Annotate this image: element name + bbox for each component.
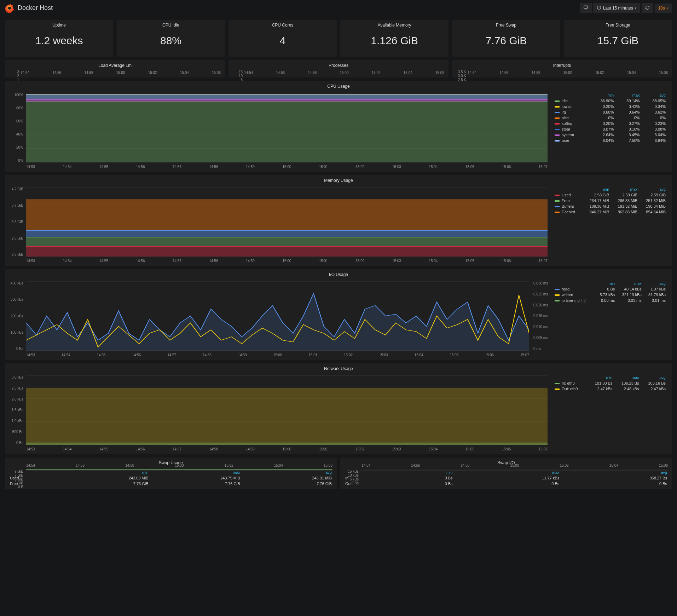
legend-row[interactable]: nice0%0%0%: [553, 115, 667, 121]
cpu-usage-legend: minmaxavgidle86.90%89.14%88.05%iowait0.2…: [549, 91, 669, 169]
refresh-button[interactable]: [642, 3, 653, 13]
mini-chart-panel: Processes 151050 14:5414:5614:5815:0015:…: [228, 60, 449, 77]
panel-title: CPU Cores: [231, 22, 334, 30]
stat-panel: CPU Idle 88%: [117, 20, 225, 57]
mini-chart-panel: Load Average 1m 3210 14:5414:5614:5815:0…: [5, 60, 225, 77]
panel-title: Processes: [231, 62, 446, 70]
memory-usage-panel: Memory Usage 4.2 GiB3.7 GiB3.3 GiB2.8 Gi…: [5, 175, 672, 266]
panel-title: Network Usage: [8, 365, 669, 373]
legend-row[interactable]: Used2.58 GiB2.59 GiB2.59 GiB: [553, 192, 667, 198]
legend-row[interactable]: Out0 Bs0 Bs0 Bs: [343, 481, 669, 487]
legend-row[interactable]: system2.64%3.45%3.04%: [553, 132, 667, 138]
stat-panel: Uptime 1.2 weeks: [5, 20, 113, 57]
panel-title: Free Storage: [567, 22, 669, 30]
refresh-icon: [645, 5, 650, 11]
mini-chart-panel: Interrupts 3.5 K3.0 K2.5 K2.0 K 14:5414:…: [452, 60, 672, 77]
legend-row[interactable]: Free234.17 MiB266.88 MiB251.82 MiB: [553, 198, 667, 203]
legend-row[interactable]: In0 Bs11.77 kBs858.27 Bs: [343, 475, 669, 481]
clock-icon: [597, 5, 601, 11]
legend-row[interactable]: irq0.60%0.64%0.62%: [553, 109, 667, 115]
panel-title: Load Average 1m: [8, 62, 222, 70]
io-usage-panel: I/O Usage 400 kBs300 kBs200 kBs100 kBs0 …: [5, 269, 672, 360]
panel-title: Available Memory: [343, 22, 446, 30]
panel-title: Interrupts: [455, 62, 669, 70]
legend-row[interactable]: io time (right-y)0.00 ms0.03 ms0.01 ms: [553, 298, 667, 303]
monitor-icon: [583, 5, 588, 11]
panel-title: CPU Idle: [120, 22, 222, 30]
page-title: Docker Host: [18, 4, 53, 12]
panel-title: Uptime: [8, 22, 110, 30]
stat-panel: Available Memory 1.126 GiB: [340, 20, 449, 57]
legend-row[interactable]: Free7.76 GiB7.76 GiB7.76 GiB: [8, 481, 334, 487]
svg-rect-0: [584, 6, 588, 8]
network-usage-legend: minmaxavgIn: eth0101.80 Bs136.23 Bs103.1…: [549, 373, 669, 451]
stat-value: 1.2 weeks: [8, 30, 110, 54]
swap-usage-panel: Swap Usage 9 GiB7 GiB5 GiB2 GiB0 B 14:54…: [5, 457, 337, 489]
header: Docker Host Last 15 minutes ▾ 10s ▾: [0, 0, 677, 16]
legend-row[interactable]: In: eth0101.80 Bs136.23 Bs103.16 Bs: [553, 380, 667, 386]
legend-row[interactable]: read0 Bs40.14 kBs1.07 kBs: [553, 286, 667, 292]
stats-row: Uptime 1.2 weeksCPU Idle 88%CPU Cores 4A…: [5, 20, 672, 57]
legend-row[interactable]: idle86.90%89.14%88.05%: [553, 98, 667, 104]
panel-title: CPU Usage: [8, 83, 669, 91]
legend-row[interactable]: steal0.07%0.10%0.08%: [553, 126, 667, 132]
stat-value: 88%: [120, 30, 222, 54]
legend-row[interactable]: written5.73 kBs321.13 kBs81.79 kBs: [553, 292, 667, 298]
stat-value: 15.7 GiB: [567, 30, 669, 54]
panel-title: Memory Usage: [8, 177, 669, 185]
stat-panel: CPU Cores 4: [228, 20, 337, 57]
memory-usage-legend: minmaxavgUsed2.58 GiB2.59 GiB2.59 GiBFre…: [549, 185, 669, 263]
stat-value: 1.126 GiB: [343, 30, 446, 54]
refresh-interval-button[interactable]: 10s ▾: [655, 4, 672, 13]
stat-panel: Free Swap 7.76 GiB: [452, 20, 560, 57]
time-range-button[interactable]: Last 15 minutes ▾: [593, 3, 640, 13]
network-usage-panel: Network Usage 3.0 kBs2.5 kBs2.0 kBs1.5 k…: [5, 363, 672, 454]
refresh-interval-label: 10s: [658, 6, 665, 11]
time-range-label: Last 15 minutes: [603, 6, 633, 11]
cpu-usage-panel: CPU Usage 100%80%60%40%20%0% 14:5314:541…: [5, 81, 672, 172]
legend-row[interactable]: Used243.00 MiB243.75 MiB243.01 MiB: [8, 475, 334, 481]
mini-charts-row: Load Average 1m 3210 14:5414:5614:5815:0…: [5, 60, 672, 77]
legend-row[interactable]: Out: eth02.47 kBs2.48 kBs2.47 kBs: [553, 386, 667, 392]
caret-down-icon: ▾: [667, 6, 669, 10]
stat-panel: Free Storage 15.7 GiB: [564, 20, 672, 57]
caret-down-icon: ▾: [635, 6, 637, 10]
swap-io-panel: Swap I/O 15 kBs10 kBs5 kBs0 Bs 14:5414:5…: [340, 457, 672, 489]
panel-title: I/O Usage: [8, 271, 669, 279]
cycle-view-button[interactable]: [580, 3, 592, 13]
legend-row[interactable]: Buffers189.36 MiB191.32 MiB190.34 MiB: [553, 203, 667, 209]
legend-row[interactable]: softirq0.20%0.27%0.23%: [553, 121, 667, 126]
stat-value: 7.76 GiB: [455, 30, 557, 54]
io-usage-legend: minmaxavgread0 Bs40.14 kBs1.07 kBswritte…: [549, 279, 669, 357]
legend-row[interactable]: iowait0.20%0.43%0.34%: [553, 104, 667, 109]
stat-value: 4: [231, 30, 334, 54]
grafana-logo-icon: [5, 4, 14, 13]
legend-row[interactable]: Cached846.27 MiB862.88 MiB854.64 MiB: [553, 209, 667, 215]
legend-row[interactable]: user6.04%7.50%6.84%: [553, 138, 667, 143]
panel-title: Free Swap: [455, 22, 557, 30]
